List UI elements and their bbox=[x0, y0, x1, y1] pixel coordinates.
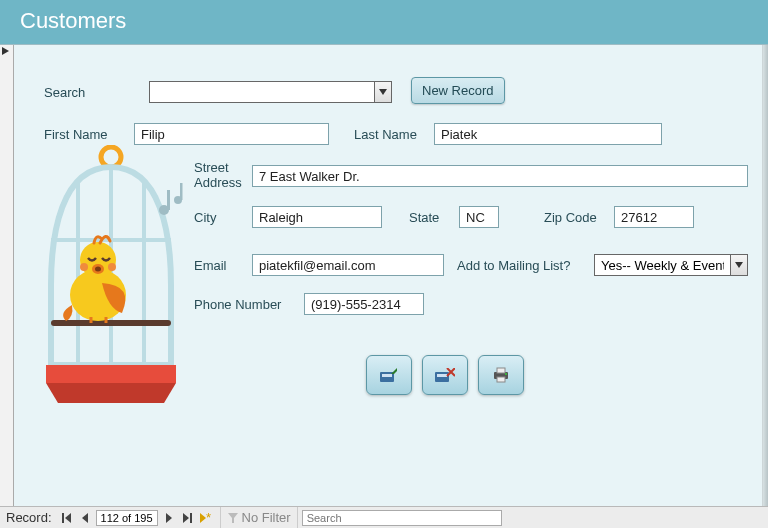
svg-point-24 bbox=[70, 269, 126, 321]
next-icon bbox=[165, 513, 173, 523]
mailing-label: Add to Mailing List? bbox=[457, 258, 570, 273]
svg-marker-19 bbox=[46, 383, 176, 403]
svg-marker-35 bbox=[166, 513, 172, 523]
search-label: Search bbox=[44, 85, 85, 100]
svg-marker-34 bbox=[82, 513, 88, 523]
svg-rect-21 bbox=[167, 190, 170, 210]
prev-icon bbox=[81, 513, 89, 523]
nav-next-button[interactable] bbox=[160, 509, 178, 527]
chevron-down-icon bbox=[379, 89, 387, 95]
last-name-label: Last Name bbox=[354, 127, 417, 142]
search-dropdown-button[interactable] bbox=[374, 81, 392, 103]
svg-point-27 bbox=[95, 267, 101, 272]
mailing-combo[interactable] bbox=[594, 254, 748, 276]
state-label: State bbox=[409, 210, 439, 225]
nav-first-button[interactable] bbox=[58, 509, 76, 527]
svg-point-25 bbox=[80, 242, 116, 278]
first-name-label: First Name bbox=[44, 127, 108, 142]
delete-record-button[interactable] bbox=[422, 355, 468, 395]
save-record-button[interactable] bbox=[366, 355, 412, 395]
svg-point-12 bbox=[101, 147, 121, 167]
email-input[interactable] bbox=[252, 254, 444, 276]
city-label: City bbox=[194, 210, 216, 225]
svg-marker-40 bbox=[228, 513, 238, 523]
phone-label: Phone Number bbox=[194, 297, 281, 312]
mailing-input[interactable] bbox=[594, 254, 730, 276]
svg-point-20 bbox=[159, 205, 169, 215]
scroll-edge bbox=[762, 45, 768, 506]
save-icon bbox=[380, 368, 398, 382]
nav-prev-button[interactable] bbox=[76, 509, 94, 527]
svg-rect-5 bbox=[437, 374, 447, 377]
svg-point-26 bbox=[92, 264, 104, 274]
street-input[interactable] bbox=[252, 165, 748, 187]
street-label: Street Address bbox=[194, 160, 249, 190]
svg-marker-0 bbox=[379, 89, 387, 95]
svg-rect-9 bbox=[497, 368, 505, 373]
record-selector[interactable] bbox=[0, 45, 14, 506]
funnel-icon bbox=[227, 512, 239, 524]
first-name-input[interactable] bbox=[134, 123, 329, 145]
svg-point-29 bbox=[108, 263, 116, 271]
state-input[interactable] bbox=[459, 206, 499, 228]
svg-point-22 bbox=[174, 196, 182, 204]
svg-text:*: * bbox=[206, 513, 211, 523]
chevron-down-icon bbox=[735, 262, 743, 268]
zip-input[interactable] bbox=[614, 206, 694, 228]
record-nav-bar: Record: * No Filter bbox=[0, 506, 768, 528]
nav-last-button[interactable] bbox=[178, 509, 196, 527]
svg-rect-3 bbox=[382, 374, 392, 377]
svg-rect-18 bbox=[46, 365, 176, 383]
svg-marker-36 bbox=[183, 513, 189, 523]
svg-rect-37 bbox=[190, 513, 192, 523]
svg-rect-23 bbox=[180, 183, 183, 200]
svg-marker-1 bbox=[735, 262, 743, 268]
last-name-input[interactable] bbox=[434, 123, 662, 145]
email-label: Email bbox=[194, 258, 227, 273]
form-title: Customers bbox=[0, 0, 768, 44]
svg-marker-33 bbox=[65, 513, 71, 523]
no-filter-label: No Filter bbox=[242, 510, 291, 525]
new-row-icon: * bbox=[199, 513, 211, 523]
record-position-box[interactable] bbox=[96, 510, 158, 526]
phone-input[interactable] bbox=[304, 293, 424, 315]
city-input[interactable] bbox=[252, 206, 382, 228]
svg-point-11 bbox=[505, 373, 507, 375]
print-record-button[interactable] bbox=[478, 355, 524, 395]
mailing-dropdown-button[interactable] bbox=[730, 254, 748, 276]
last-icon bbox=[182, 513, 192, 523]
bird-cage-illustration bbox=[36, 145, 186, 435]
search-input[interactable] bbox=[149, 81, 374, 103]
form-body: Search New Record First Name Last Name S… bbox=[0, 44, 768, 506]
svg-rect-10 bbox=[497, 377, 505, 382]
no-filter-indicator[interactable]: No Filter bbox=[220, 507, 298, 528]
nav-search-box[interactable] bbox=[302, 510, 502, 526]
record-nav-label: Record: bbox=[0, 510, 58, 525]
new-record-button[interactable]: New Record bbox=[411, 77, 505, 104]
first-icon bbox=[62, 513, 72, 523]
svg-rect-32 bbox=[62, 513, 64, 523]
zip-label: Zip Code bbox=[544, 210, 597, 225]
print-icon bbox=[492, 367, 510, 383]
delete-icon bbox=[435, 368, 455, 382]
nav-new-button[interactable]: * bbox=[196, 509, 214, 527]
search-combo[interactable] bbox=[149, 81, 392, 103]
svg-point-28 bbox=[80, 263, 88, 271]
